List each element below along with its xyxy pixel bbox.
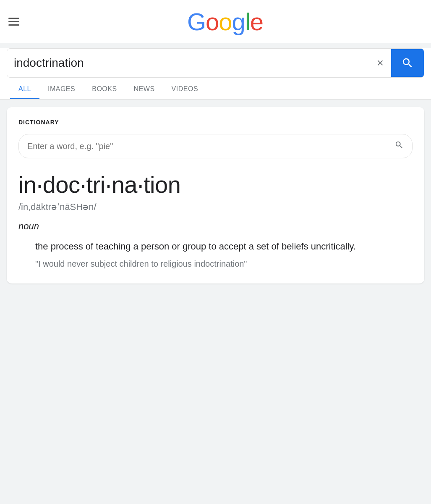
definition: the process of teaching a person or grou… [35,239,413,253]
tab-all[interactable]: ALL [10,79,39,99]
dictionary-search-icon [394,140,404,152]
dictionary-card: DICTIONARY in·doc·tri·na·tion /inˌdäktrə… [7,107,424,284]
tab-images[interactable]: IMAGES [39,79,84,99]
word-title: in·doc·tri·na·tion [18,171,413,198]
tab-books[interactable]: BOOKS [84,79,125,99]
logo-e: e [250,8,263,35]
header: Google [0,0,431,43]
dictionary-search-input[interactable] [27,142,394,151]
menu-icon[interactable] [8,18,19,26]
logo-o1: o [206,8,219,35]
search-tabs: ALL IMAGES BOOKS NEWS VIDEOS [7,79,424,99]
dictionary-search-row [18,134,413,158]
search-input[interactable] [7,49,369,77]
dictionary-label: DICTIONARY [18,119,413,126]
search-button[interactable] [391,49,424,77]
logo-o2: o [219,8,232,35]
tab-videos[interactable]: VIDEOS [163,79,206,99]
pronunciation: /inˌdäktrəˈnāSHən/ [18,202,413,213]
example: "I would never subject children to relig… [35,257,413,270]
logo-l: l [245,8,250,35]
search-bar-container: × ALL IMAGES BOOKS NEWS VIDEOS [0,48,431,100]
logo-g2: g [232,8,245,35]
logo-g: G [187,8,206,35]
tab-news[interactable]: NEWS [125,79,163,99]
clear-button[interactable]: × [369,56,391,70]
search-icon [401,57,414,69]
part-of-speech: noun [18,221,413,232]
google-logo: Google [187,8,263,36]
search-row: × [7,48,424,78]
